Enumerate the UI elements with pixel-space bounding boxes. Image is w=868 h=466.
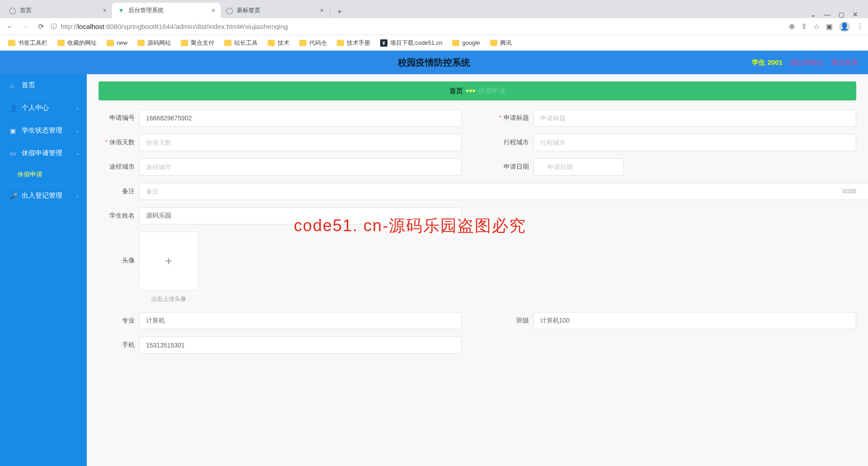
sidebar-item-leave-apply[interactable]: 休假申请 — [0, 165, 87, 185]
bookmark-item[interactable]: 技术手册 — [337, 39, 370, 47]
chevron-down-icon: ⌄ — [75, 150, 80, 156]
chevron-down-icon: ⌄ — [75, 105, 80, 111]
bookmark-item[interactable]: 代码仓 — [299, 39, 327, 47]
sidebar: ⌂ 首页 👤 个人中心 ⌄ ▣ 学生状态管理 ⌄ ▭ 休假申请管理 ⌄ 休假申请… — [0, 74, 87, 466]
user-icon: 👤 — [10, 105, 17, 112]
folder-icon — [181, 40, 188, 46]
student-name-input[interactable] — [139, 207, 462, 224]
zoom-icon[interactable]: ⊕ — [789, 22, 795, 31]
extension-icon[interactable]: ▣ — [826, 22, 833, 31]
sidebar-item-leave-mgmt[interactable]: ▭ 休假申请管理 ⌄ — [0, 142, 87, 165]
leave-days-input[interactable] — [139, 134, 462, 151]
chevron-down-icon: ⌄ — [75, 193, 80, 199]
hearts-icon: ♥♥♥ — [466, 88, 475, 94]
bookmark-item[interactable]: 书签工具栏 — [8, 39, 47, 47]
travel-city-input[interactable] — [533, 134, 856, 151]
label-travel-city: 行程城市 — [493, 138, 529, 147]
browser-tab[interactable]: ◯ 首页 × — [4, 3, 112, 18]
app-header: 校园疫情防控系统 学生 2001 退出到前台 退出登录 — [0, 51, 868, 74]
tab-title: 首页 — [20, 6, 32, 14]
close-icon[interactable]: × — [103, 7, 107, 14]
label-avatar: 头像 — [99, 257, 135, 265]
label-major: 专业 — [99, 317, 135, 325]
bookmark-item[interactable]: 聚合支付 — [181, 39, 214, 47]
main-content: 首页 ♥♥♥ 休假申请 申请编号 *申请标题 *休假天数 行程城市 途经城市 — [87, 74, 868, 466]
remark-input[interactable] — [139, 183, 868, 200]
bookmark-item[interactable]: 技术 — [268, 39, 289, 47]
folder-icon — [299, 40, 307, 46]
apply-title-input[interactable] — [533, 109, 856, 127]
folder-icon — [107, 40, 114, 46]
tab-title: 后台管理系统 — [128, 6, 164, 14]
share-icon[interactable]: ⇪ — [801, 22, 807, 31]
folder-icon — [224, 40, 231, 46]
class-input[interactable] — [533, 312, 856, 329]
menu-icon[interactable]: ⋮ — [856, 22, 863, 31]
star-icon[interactable]: ☆ — [813, 22, 820, 31]
bookmark-item[interactable]: 腾讯 — [490, 39, 512, 47]
browser-tab-active[interactable]: ▼ 后台管理系统 × — [112, 3, 221, 18]
folder-icon — [268, 40, 275, 46]
close-icon[interactable]: × — [212, 7, 215, 14]
bookmark-item[interactable]: ¥项目下载:code51.cn — [380, 39, 443, 47]
char-counter: 0/200 — [843, 188, 856, 195]
sidebar-item-home[interactable]: ⌂ 首页 — [0, 74, 87, 97]
display-icon: ▭ — [10, 150, 17, 157]
site-icon: ¥ — [380, 39, 387, 47]
label-via-city: 途经城市 — [99, 163, 135, 171]
sidebar-item-personal[interactable]: 👤 个人中心 ⌄ — [0, 97, 87, 119]
bookmark-item[interactable]: 收藏的网址 — [57, 39, 97, 47]
apply-date-input[interactable] — [533, 158, 624, 176]
folder-icon — [337, 40, 344, 46]
apply-no-input[interactable] — [139, 109, 462, 127]
app-title: 校园疫情防控系统 — [398, 57, 470, 69]
upload-hint: 点击上传头像 — [151, 295, 186, 303]
new-tab-button[interactable]: + — [333, 5, 346, 18]
reload-button[interactable]: ⟳ — [35, 21, 46, 32]
maximize-icon[interactable]: ▢ — [839, 11, 844, 18]
label-remark: 备注 — [99, 187, 135, 195]
via-city-input[interactable] — [139, 158, 462, 176]
bookmark-item[interactable]: 源码网站 — [137, 39, 171, 47]
close-icon[interactable]: × — [320, 7, 324, 14]
major-input[interactable] — [139, 312, 462, 329]
folder-icon — [490, 40, 497, 46]
copy-icon: ▣ — [10, 127, 17, 134]
folder-icon — [8, 40, 15, 46]
sidebar-item-student-status[interactable]: ▣ 学生状态管理 ⌄ — [0, 119, 87, 142]
phone-input[interactable] — [139, 337, 462, 354]
address-bar: ← → ⟳ ⓘ http://localhost:8080/springboot… — [0, 18, 868, 35]
plus-icon: + — [165, 254, 172, 268]
bookmark-item[interactable]: google — [452, 39, 480, 46]
sidebar-item-inout[interactable]: 🎤 出入登记管理 ⌄ — [0, 185, 87, 207]
logout-front-link[interactable]: 退出到前台 — [790, 58, 824, 67]
browser-tab[interactable]: ◯ 新标签页 × — [221, 3, 329, 18]
breadcrumb-home[interactable]: 首页 — [449, 87, 463, 95]
folder-icon — [137, 40, 145, 46]
breadcrumb-current: 休假申请 — [478, 87, 505, 95]
profile-icon[interactable]: 👤 — [839, 21, 850, 32]
user-info: 学生 2001 — [752, 58, 783, 67]
logout-link[interactable]: 退出登录 — [831, 58, 858, 67]
bookmark-item[interactable]: 站长工具 — [224, 39, 258, 47]
avatar-upload[interactable]: + — [139, 232, 198, 290]
folder-icon — [57, 40, 65, 46]
label-apply-no: 申请编号 — [99, 114, 135, 122]
mic-icon: 🎤 — [10, 192, 17, 200]
forward-button[interactable]: → — [20, 21, 31, 32]
label-apply-title: *申请标题 — [493, 114, 529, 122]
tab-title: 新标签页 — [237, 6, 260, 14]
back-button[interactable]: ← — [5, 21, 15, 32]
info-icon: ⓘ — [51, 23, 57, 31]
chevron-down-icon: ⌄ — [75, 128, 80, 133]
minimize-icon[interactable]: — — [824, 11, 830, 18]
vue-icon: ▼ — [118, 7, 125, 14]
close-window-icon[interactable]: ✕ — [853, 11, 858, 18]
folder-icon — [452, 40, 459, 46]
url-input[interactable]: ⓘ http://localhost:8080/springboot81644/… — [51, 23, 784, 31]
bookmarks-bar: 书签工具栏 收藏的网址 new 源码网站 聚合支付 站长工具 技术 代码仓 技术… — [0, 35, 868, 51]
browser-tab-bar: ◯ 首页 × ▼ 后台管理系统 × ◯ 新标签页 × + ⌄ — ▢ ✕ — [0, 0, 868, 18]
chevron-down-icon[interactable]: ⌄ — [811, 11, 816, 18]
bookmark-item[interactable]: new — [107, 39, 127, 46]
globe-icon: ◯ — [9, 7, 16, 14]
